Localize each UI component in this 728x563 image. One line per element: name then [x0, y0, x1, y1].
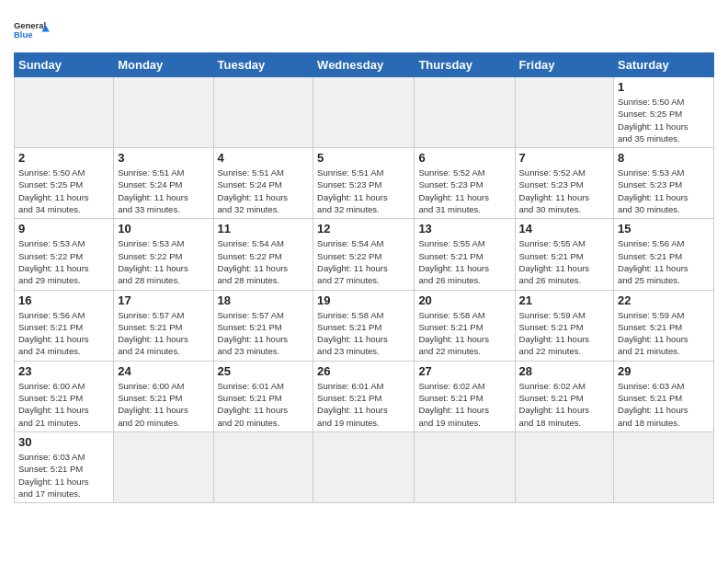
week-row-6: 30Sunrise: 6:03 AM Sunset: 5:21 PM Dayli…	[15, 431, 714, 502]
day-number: 8	[618, 151, 710, 165]
calendar-cell: 1Sunrise: 5:50 AM Sunset: 5:25 PM Daylig…	[614, 77, 714, 148]
calendar-cell	[415, 431, 515, 502]
day-number: 3	[118, 151, 209, 165]
day-number: 2	[18, 151, 109, 165]
day-number: 20	[418, 293, 510, 307]
day-number: 18	[218, 293, 310, 307]
day-number: 1	[618, 80, 710, 94]
day-number: 17	[118, 293, 209, 307]
cell-info: Sunrise: 6:01 AM Sunset: 5:21 PM Dayligh…	[218, 380, 310, 429]
day-number: 15	[618, 222, 710, 236]
calendar-cell: 14Sunrise: 5:55 AM Sunset: 5:21 PM Dayli…	[515, 219, 614, 290]
calendar-cell	[114, 431, 213, 502]
weekday-header-sunday: Sunday	[15, 53, 114, 77]
cell-info: Sunrise: 6:02 AM Sunset: 5:21 PM Dayligh…	[519, 380, 610, 429]
calendar-cell: 24Sunrise: 6:00 AM Sunset: 5:21 PM Dayli…	[114, 361, 213, 431]
calendar-table: SundayMondayTuesdayWednesdayThursdayFrid…	[14, 52, 714, 503]
cell-info: Sunrise: 5:53 AM Sunset: 5:23 PM Dayligh…	[618, 167, 710, 215]
day-number: 9	[18, 222, 109, 236]
calendar-cell: 12Sunrise: 5:54 AM Sunset: 5:22 PM Dayli…	[313, 219, 415, 290]
day-number: 12	[317, 222, 410, 236]
calendar-cell: 6Sunrise: 5:52 AM Sunset: 5:23 PM Daylig…	[415, 148, 515, 219]
cell-info: Sunrise: 6:03 AM Sunset: 5:21 PM Dayligh…	[18, 451, 109, 500]
cell-info: Sunrise: 5:58 AM Sunset: 5:21 PM Dayligh…	[317, 309, 410, 358]
day-number: 21	[519, 293, 610, 307]
cell-info: Sunrise: 6:00 AM Sunset: 5:21 PM Dayligh…	[118, 380, 209, 429]
cell-info: Sunrise: 5:53 AM Sunset: 5:22 PM Dayligh…	[118, 237, 209, 286]
calendar-cell: 27Sunrise: 6:02 AM Sunset: 5:21 PM Dayli…	[415, 361, 515, 431]
day-number: 5	[317, 151, 410, 165]
day-number: 6	[418, 151, 510, 165]
weekday-header-wednesday: Wednesday	[313, 53, 415, 77]
week-row-4: 16Sunrise: 5:56 AM Sunset: 5:21 PM Dayli…	[15, 290, 714, 361]
calendar-cell	[313, 431, 415, 502]
calendar-cell: 25Sunrise: 6:01 AM Sunset: 5:21 PM Dayli…	[213, 361, 313, 431]
weekday-header-thursday: Thursday	[415, 53, 515, 77]
generalblue-logo: General Blue	[14, 14, 52, 47]
week-row-2: 2Sunrise: 5:50 AM Sunset: 5:25 PM Daylig…	[15, 148, 714, 219]
day-number: 25	[218, 364, 310, 378]
cell-info: Sunrise: 5:57 AM Sunset: 5:21 PM Dayligh…	[218, 309, 310, 358]
weekday-header-friday: Friday	[515, 53, 614, 77]
cell-info: Sunrise: 5:51 AM Sunset: 5:23 PM Dayligh…	[317, 167, 410, 215]
weekday-header-monday: Monday	[114, 53, 213, 77]
weekday-header-row: SundayMondayTuesdayWednesdayThursdayFrid…	[15, 53, 714, 77]
calendar-cell	[515, 431, 614, 502]
cell-info: Sunrise: 5:55 AM Sunset: 5:21 PM Dayligh…	[519, 237, 610, 286]
calendar-cell	[415, 77, 515, 148]
calendar-cell	[213, 431, 313, 502]
calendar-cell	[213, 77, 313, 148]
header: General Blue	[14, 9, 714, 47]
calendar-cell: 10Sunrise: 5:53 AM Sunset: 5:22 PM Dayli…	[114, 219, 213, 290]
week-row-1: 1Sunrise: 5:50 AM Sunset: 5:25 PM Daylig…	[15, 77, 714, 148]
day-number: 27	[418, 364, 510, 378]
day-number: 14	[519, 222, 610, 236]
calendar-cell: 4Sunrise: 5:51 AM Sunset: 5:24 PM Daylig…	[213, 148, 313, 219]
cell-info: Sunrise: 5:58 AM Sunset: 5:21 PM Dayligh…	[418, 309, 510, 358]
cell-info: Sunrise: 5:56 AM Sunset: 5:21 PM Dayligh…	[18, 309, 109, 358]
calendar-cell: 8Sunrise: 5:53 AM Sunset: 5:23 PM Daylig…	[614, 148, 714, 219]
weekday-header-saturday: Saturday	[614, 53, 714, 77]
page: General Blue SundayMondayTuesdayWednesda…	[0, 0, 728, 517]
calendar-cell	[313, 77, 415, 148]
calendar-cell: 21Sunrise: 5:59 AM Sunset: 5:21 PM Dayli…	[515, 290, 614, 361]
calendar-cell: 5Sunrise: 5:51 AM Sunset: 5:23 PM Daylig…	[313, 148, 415, 219]
day-number: 19	[317, 293, 410, 307]
calendar-cell	[614, 431, 714, 502]
day-number: 26	[317, 364, 410, 378]
calendar-cell: 3Sunrise: 5:51 AM Sunset: 5:24 PM Daylig…	[114, 148, 213, 219]
calendar-cell: 15Sunrise: 5:56 AM Sunset: 5:21 PM Dayli…	[614, 219, 714, 290]
cell-info: Sunrise: 5:56 AM Sunset: 5:21 PM Dayligh…	[618, 237, 710, 286]
calendar-cell	[114, 77, 213, 148]
cell-info: Sunrise: 5:57 AM Sunset: 5:21 PM Dayligh…	[118, 309, 209, 358]
calendar-cell	[15, 77, 114, 148]
cell-info: Sunrise: 5:50 AM Sunset: 5:25 PM Dayligh…	[18, 167, 109, 215]
day-number: 13	[418, 222, 510, 236]
calendar-cell: 13Sunrise: 5:55 AM Sunset: 5:21 PM Dayli…	[415, 219, 515, 290]
week-row-3: 9Sunrise: 5:53 AM Sunset: 5:22 PM Daylig…	[15, 219, 714, 290]
calendar-cell: 2Sunrise: 5:50 AM Sunset: 5:25 PM Daylig…	[15, 148, 114, 219]
day-number: 10	[118, 222, 209, 236]
cell-info: Sunrise: 5:59 AM Sunset: 5:21 PM Dayligh…	[519, 309, 610, 358]
calendar-cell: 18Sunrise: 5:57 AM Sunset: 5:21 PM Dayli…	[213, 290, 313, 361]
cell-info: Sunrise: 6:02 AM Sunset: 5:21 PM Dayligh…	[418, 380, 510, 429]
calendar-cell: 9Sunrise: 5:53 AM Sunset: 5:22 PM Daylig…	[15, 219, 114, 290]
calendar-cell: 22Sunrise: 5:59 AM Sunset: 5:21 PM Dayli…	[614, 290, 714, 361]
calendar-cell: 29Sunrise: 6:03 AM Sunset: 5:21 PM Dayli…	[614, 361, 714, 431]
cell-info: Sunrise: 5:55 AM Sunset: 5:21 PM Dayligh…	[418, 237, 510, 286]
calendar-cell: 20Sunrise: 5:58 AM Sunset: 5:21 PM Dayli…	[415, 290, 515, 361]
day-number: 28	[519, 364, 610, 378]
calendar-cell: 26Sunrise: 6:01 AM Sunset: 5:21 PM Dayli…	[313, 361, 415, 431]
cell-info: Sunrise: 5:54 AM Sunset: 5:22 PM Dayligh…	[218, 237, 310, 286]
cell-info: Sunrise: 5:54 AM Sunset: 5:22 PM Dayligh…	[317, 237, 410, 286]
calendar-cell: 11Sunrise: 5:54 AM Sunset: 5:22 PM Dayli…	[213, 219, 313, 290]
week-row-5: 23Sunrise: 6:00 AM Sunset: 5:21 PM Dayli…	[15, 361, 714, 431]
day-number: 24	[118, 364, 209, 378]
cell-info: Sunrise: 5:53 AM Sunset: 5:22 PM Dayligh…	[18, 237, 109, 286]
day-number: 11	[218, 222, 310, 236]
calendar-cell: 19Sunrise: 5:58 AM Sunset: 5:21 PM Dayli…	[313, 290, 415, 361]
cell-info: Sunrise: 6:00 AM Sunset: 5:21 PM Dayligh…	[18, 380, 109, 429]
day-number: 4	[218, 151, 310, 165]
weekday-header-tuesday: Tuesday	[213, 53, 313, 77]
cell-info: Sunrise: 5:52 AM Sunset: 5:23 PM Dayligh…	[519, 167, 610, 215]
